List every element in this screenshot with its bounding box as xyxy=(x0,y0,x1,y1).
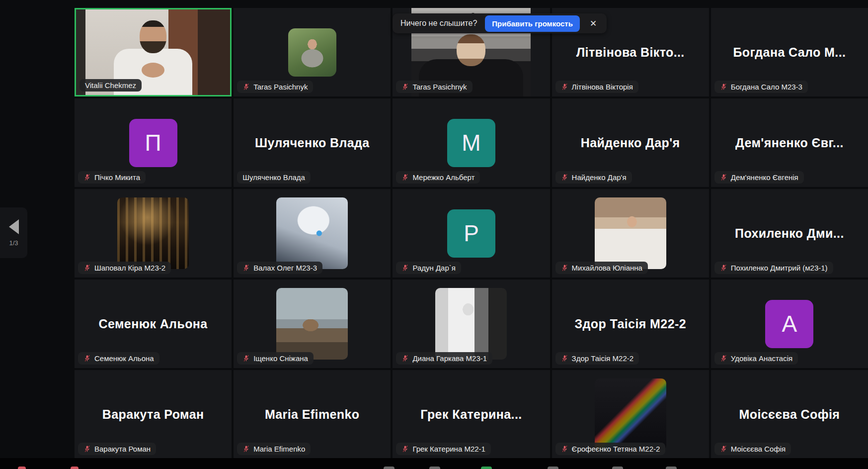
security-icon[interactable] xyxy=(384,467,395,469)
participant-tile[interactable]: А Удовіка Анастасія xyxy=(711,280,868,368)
participant-name-label: Моісєєва Софія xyxy=(714,443,791,455)
participant-tile[interactable]: Грек Катерина... Грек Катерина М22-1 xyxy=(393,370,550,459)
participant-name-label: Варакута Роман xyxy=(78,443,156,455)
participant-name: Похиленко Дмитрий (м23-1) xyxy=(731,264,828,272)
zoom-meeting-screen: 1/3 Vitalii Chekmez Taras Pasichnyk xyxy=(0,0,868,469)
muted-mic-icon xyxy=(720,445,727,453)
participant-name: Taras Pasichnyk xyxy=(253,83,308,91)
participant-tile[interactable]: Єрофеєнко Тетяна М22-2 xyxy=(552,370,709,459)
participant-tile[interactable]: Михайлова Юліанна xyxy=(552,189,709,278)
participant-name: Богдана Сало М23-3 xyxy=(731,83,802,91)
participant-name: Шаповал Кіра М23-2 xyxy=(94,264,165,272)
prev-page-button[interactable]: 1/3 xyxy=(0,207,27,258)
participant-name: Іщенко Сніжана xyxy=(253,354,308,363)
photo-avatar xyxy=(117,197,189,269)
muted-mic-icon xyxy=(561,83,568,91)
participant-tile[interactable]: М Мережко Альберт xyxy=(393,98,550,187)
participant-name-label: Семенюк Альона xyxy=(78,352,159,365)
participant-tile[interactable]: Найденко Дар'я Найденко Дар'я xyxy=(552,98,709,187)
muted-mic-icon xyxy=(720,264,727,272)
participant-name: Моісєєва Софія xyxy=(731,445,786,453)
participant-tile[interactable]: Похиленко Дми... Похиленко Дмитрий (м23-… xyxy=(711,189,868,278)
participant-tile[interactable]: Р Радун Дар`я xyxy=(393,189,550,278)
bottom-toolbar xyxy=(0,458,868,469)
photo-avatar xyxy=(595,197,666,269)
participant-name: Михайлова Юліанна xyxy=(572,264,642,272)
participant-name-label: Удовіка Анастасія xyxy=(714,352,798,365)
participant-name: Єрофеєнко Тетяна М22-2 xyxy=(572,445,660,453)
participant-tile[interactable]: Диана Гаркава М23-1 xyxy=(393,280,550,368)
increase-volume-button[interactable]: Прибавить громкость xyxy=(485,15,580,32)
participant-name-label: Здор Таісія М22-2 xyxy=(555,352,639,365)
share-screen-icon[interactable] xyxy=(481,467,492,469)
muted-mic-icon xyxy=(401,445,409,453)
participant-name: Maria Efimenko xyxy=(253,445,305,453)
participant-name: Варакута Роман xyxy=(94,445,151,453)
letter-avatar: М xyxy=(447,119,495,167)
muted-mic-icon xyxy=(561,174,568,181)
participant-tile[interactable]: П Пічко Микита xyxy=(75,98,232,187)
participant-tile[interactable]: Валах Олег М23-3 xyxy=(234,189,391,278)
microphone-muted-icon[interactable] xyxy=(18,467,26,469)
participant-name-label: Шаповал Кіра М23-2 xyxy=(78,262,171,274)
participant-name-label: Найденко Дар'я xyxy=(555,171,632,184)
participant-name: Семенюк Альона xyxy=(94,354,154,363)
muted-mic-icon xyxy=(720,83,727,91)
reactions-icon[interactable] xyxy=(612,467,623,469)
chevron-left-icon xyxy=(9,219,19,234)
participant-name-label: Михайлова Юліанна xyxy=(555,262,648,274)
letter-avatar: А xyxy=(765,300,813,348)
participant-tile[interactable]: Шаповал Кіра М23-2 xyxy=(75,189,232,278)
participant-name: Дем'яненко Євгенія xyxy=(731,173,798,182)
participant-name-label: Шуляченко Влада xyxy=(237,171,311,184)
participant-name-label: Мережко Альберт xyxy=(396,171,480,184)
participant-name: Шуляченко Влада xyxy=(242,173,305,182)
participant-tile[interactable]: Дем'яненко Євг... Дем'яненко Євгенія xyxy=(711,98,868,187)
participant-name-label: Єрофеєнко Тетяна М22-2 xyxy=(555,443,666,455)
participant-name-label: Грек Катерина М22-1 xyxy=(396,443,491,455)
participant-name-label: Дем'яненко Євгенія xyxy=(714,171,804,184)
participant-name-label: Похиленко Дмитрий (м23-1) xyxy=(714,262,833,274)
muted-mic-icon xyxy=(561,445,568,453)
participant-name-label: Диана Гаркава М23-1 xyxy=(396,352,492,365)
participant-name-label: Валах Олег М23-3 xyxy=(237,262,322,274)
participant-tile[interactable]: Варакута Роман Варакута Роман xyxy=(75,370,232,459)
participant-name-label: Пічко Микита xyxy=(78,171,146,184)
muted-mic-icon xyxy=(83,264,91,272)
participant-name-label: Vitalii Chekmez xyxy=(79,79,142,92)
muted-mic-icon xyxy=(401,264,409,272)
participant-name: Taras Pasichnyk xyxy=(412,83,467,91)
participant-name: Vitalii Chekmez xyxy=(85,81,136,90)
page-indicator: 1/3 xyxy=(9,239,18,247)
muted-mic-icon xyxy=(401,355,409,362)
participant-name-label: Maria Efimenko xyxy=(237,443,311,455)
camera-off-icon[interactable] xyxy=(71,467,79,469)
muted-mic-icon xyxy=(83,355,91,362)
participant-name: Найденко Дар'я xyxy=(572,173,627,182)
record-icon[interactable] xyxy=(548,467,558,469)
participant-tile[interactable]: Моісєєва Софія Моісєєва Софія xyxy=(711,370,868,459)
participant-tile[interactable]: Taras Pasichnyk xyxy=(234,8,391,96)
participant-tile[interactable]: Vitalii Chekmez xyxy=(75,8,232,96)
participants-icon[interactable] xyxy=(429,467,440,469)
participant-name: Здор Таісія М22-2 xyxy=(572,354,633,363)
participant-name-label: Літвінова Вікторія xyxy=(555,81,638,93)
participant-tile[interactable]: Богдана Сало М... Богдана Сало М23-3 xyxy=(711,8,868,96)
participant-name-label: Taras Pasichnyk xyxy=(237,81,313,93)
participant-tile[interactable]: Здор Таісія М22-2 Здор Таісія М22-2 xyxy=(552,280,709,368)
photo-avatar xyxy=(595,378,666,450)
participant-name-label: Радун Дар`я xyxy=(396,262,461,274)
participant-name: Грек Катерина М22-1 xyxy=(412,445,485,453)
participant-tile[interactable]: Семенюк Альона Семенюк Альона xyxy=(75,280,232,368)
participant-name-label: Іщенко Сніжана xyxy=(237,352,314,365)
participant-name: Мережко Альберт xyxy=(412,173,474,182)
letter-avatar: П xyxy=(129,119,177,167)
participant-tile[interactable]: Шуляченко Влада Шуляченко Влада xyxy=(234,98,391,187)
photo-avatar xyxy=(276,197,348,269)
participant-tile[interactable]: Maria Efimenko Maria Efimenko xyxy=(234,370,391,459)
audio-notification-toast: Ничего не слышите? Прибавить громкость ✕ xyxy=(393,13,607,33)
photo-avatar xyxy=(288,28,336,77)
more-icon[interactable] xyxy=(666,467,677,469)
close-icon[interactable]: ✕ xyxy=(588,17,599,30)
participant-tile[interactable]: Іщенко Сніжана xyxy=(234,280,391,368)
